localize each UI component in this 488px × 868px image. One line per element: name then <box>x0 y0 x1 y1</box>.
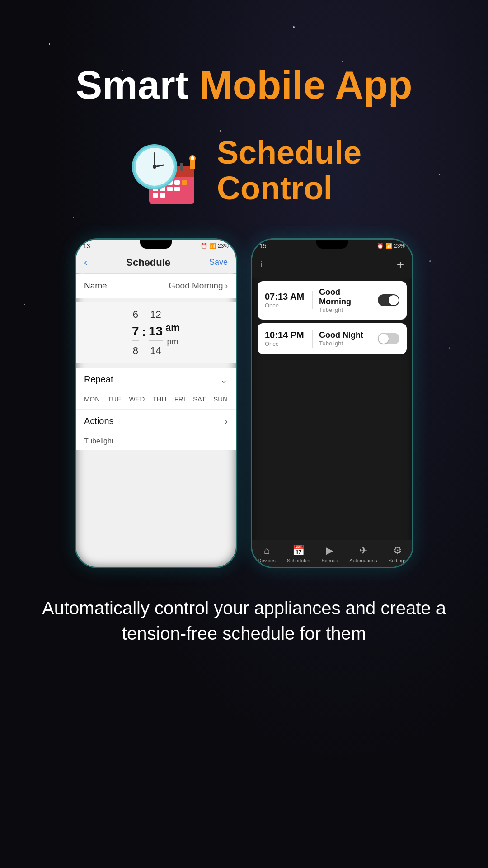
hour-selected: 7 <box>132 324 139 341</box>
svg-rect-13 <box>160 193 165 198</box>
day-fri: FRI <box>174 395 185 403</box>
footer-text: Automatically control your appliances an… <box>0 595 488 646</box>
schedules-icon: 📅 <box>292 545 305 557</box>
nav-settings[interactable]: ⚙ Settings <box>389 545 407 563</box>
nav-automations-label: Automations <box>349 558 377 563</box>
day-mon: MON <box>84 395 100 403</box>
repeat-chevron: ⌄ <box>220 374 228 385</box>
signal-icon-right: 📶 <box>385 243 392 249</box>
schedule-2-freq: Once <box>265 340 305 347</box>
day-wed: WED <box>129 395 145 403</box>
toggle-1-thumb <box>389 295 399 305</box>
home-icon: ⌂ <box>263 545 269 557</box>
schedule-1-time-block: 07:13 AM Once <box>265 292 305 309</box>
min-above: 12 <box>150 309 161 321</box>
nav-scenes-label: Scenes <box>321 558 338 563</box>
nav-devices[interactable]: ⌂ Devices <box>258 545 276 563</box>
sched-divider-2 <box>312 330 313 348</box>
scenes-icon: ▶ <box>326 545 333 557</box>
automations-icon: ✈ <box>359 545 367 557</box>
feature-section: Schedule Control <box>127 134 361 207</box>
nav-settings-label: Settings <box>389 558 407 563</box>
schedule-2-name: Good Night <box>319 330 371 340</box>
day-tue: TUE <box>108 395 121 403</box>
schedule-card-2[interactable]: 10:14 PM Once Good Night Tubelight <box>258 323 407 354</box>
save-button[interactable]: Save <box>209 258 228 267</box>
app-header-right: i + <box>252 252 412 278</box>
schedule-1-device: Tubelight <box>319 307 371 313</box>
nav-devices-label: Devices <box>258 558 276 563</box>
ampm-column: am pm <box>165 318 180 347</box>
actions-label: Actions <box>84 416 114 426</box>
svg-rect-15 <box>180 163 183 171</box>
status-time-left: 13 <box>83 242 90 250</box>
feature-title: Schedule Control <box>217 135 361 206</box>
bottom-nav: ⌂ Devices 📅 Schedules ▶ Scenes ✈ Automat… <box>252 540 412 567</box>
name-value: Good Morning › <box>169 281 228 291</box>
actions-chevron: › <box>225 416 228 426</box>
day-sat: SAT <box>193 395 206 403</box>
right-header-text: i <box>260 260 262 269</box>
repeat-row[interactable]: Repeat ⌄ <box>76 368 236 392</box>
schedule-2-time: 10:14 PM <box>265 330 305 340</box>
nav-automations[interactable]: ✈ Automations <box>349 545 377 563</box>
hour-above: 6 <box>133 309 138 321</box>
time-colon: : <box>142 325 146 339</box>
schedule-1-toggle[interactable] <box>378 294 399 306</box>
nav-schedules[interactable]: 📅 Schedules <box>287 545 310 563</box>
nav-schedules-label: Schedules <box>287 558 310 563</box>
schedule-2-device: Tubelight <box>319 340 371 347</box>
hour-column: 6 7 8 <box>132 309 139 357</box>
screen-title-left: Schedule <box>126 257 170 269</box>
day-sun: SUN <box>213 395 228 403</box>
name-row[interactable]: Name Good Morning › <box>76 274 236 298</box>
battery-left: 23% <box>218 243 229 249</box>
svg-rect-12 <box>153 193 158 198</box>
time-picker[interactable]: 6 7 8 : 12 13 14 am pm <box>76 302 236 363</box>
settings-icon: ⚙ <box>393 545 402 557</box>
app-header-left: ‹ Schedule Save <box>76 252 236 273</box>
schedule-1-time: 07:13 AM <box>265 292 305 302</box>
alarm-icon: ⏰ <box>201 243 207 249</box>
main-title: Smart Mobile App <box>76 63 413 107</box>
add-schedule-button[interactable]: + <box>397 258 404 272</box>
toggle-2-thumb <box>379 334 389 344</box>
svg-rect-6 <box>174 180 180 185</box>
battery-right: 23% <box>394 243 405 249</box>
minute-column: 12 13 14 <box>149 309 163 357</box>
ampm-selected: am <box>165 322 180 334</box>
back-button[interactable]: ‹ <box>84 257 87 269</box>
hour-below: 8 <box>133 345 138 357</box>
ampm-below: pm <box>167 337 178 347</box>
schedule-2-time-block: 10:14 PM Once <box>265 330 305 347</box>
actions-row[interactable]: Actions › <box>76 409 236 433</box>
signal-icon: 📶 <box>209 243 216 249</box>
sched-divider-1 <box>312 291 313 309</box>
schedule-2-toggle[interactable] <box>378 333 399 344</box>
phone-left: 13 ⏰ 📶 23% ‹ Schedule Save Name Good Mor… <box>75 238 237 568</box>
min-below: 14 <box>150 345 161 357</box>
name-chevron: › <box>225 281 228 291</box>
title-smart: Smart <box>76 62 188 107</box>
day-thu: THU <box>153 395 167 403</box>
schedule-2-info: Good Night Tubelight <box>319 330 371 347</box>
tubelight-tag: Tubelight <box>76 433 236 450</box>
phone-right-notch <box>316 240 348 249</box>
svg-point-24 <box>191 156 194 160</box>
schedule-card-1[interactable]: 07:13 AM Once Good Morning Tubelight <box>258 281 407 320</box>
status-time-right: 15 <box>259 242 267 250</box>
schedule-1-freq: Once <box>265 302 305 309</box>
status-icons-right: ⏰ 📶 23% <box>377 243 405 249</box>
svg-rect-11 <box>174 187 180 191</box>
days-row: MON TUE WED THU FRI SAT SUN <box>76 392 236 409</box>
time-columns: 6 7 8 : 12 13 14 am pm <box>84 309 228 357</box>
svg-rect-7 <box>182 180 187 185</box>
phone-right: 15 ⏰ 📶 23% i + 07:13 AM Once <box>251 238 413 568</box>
schedule-1-name: Good Morning <box>319 288 371 307</box>
repeat-label: Repeat <box>84 374 113 385</box>
nav-scenes[interactable]: ▶ Scenes <box>321 545 338 563</box>
name-label: Name <box>84 281 107 291</box>
phones-container: 13 ⏰ 📶 23% ‹ Schedule Save Name Good Mor… <box>75 238 413 568</box>
phone-left-notch <box>140 240 172 249</box>
schedule-1-info: Good Morning Tubelight <box>319 288 371 313</box>
